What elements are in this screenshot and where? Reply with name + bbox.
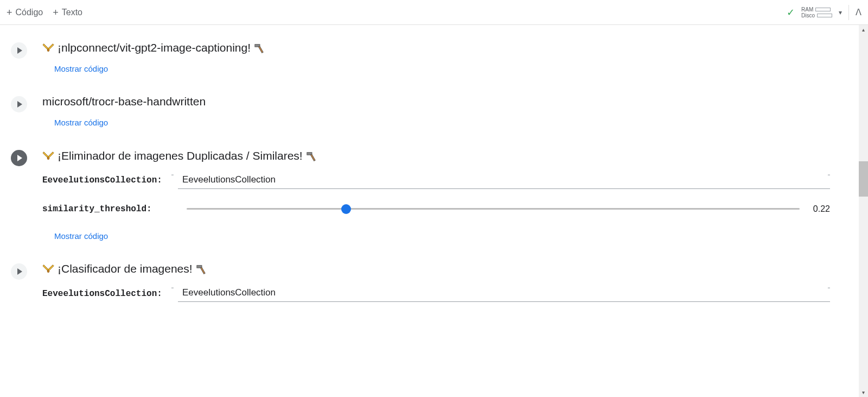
input-wrap: " " <box>178 172 830 189</box>
disk-label: Disco <box>801 12 815 18</box>
cell: ¡Eliminador de imagenes Duplicadas / Sim… <box>11 149 830 240</box>
play-icon <box>17 47 22 54</box>
disk-bar <box>817 14 832 17</box>
run-button[interactable] <box>11 96 27 112</box>
scroll-up-icon[interactable]: ▴ <box>859 25 868 34</box>
chevron-down-icon[interactable]: ▾ <box>839 9 842 16</box>
cell: ¡Clasificador de imagenes! EeveelutionsC… <box>11 262 830 317</box>
cell-title: ¡nlpconnect/vit-gpt2-image-captioning! <box>42 41 830 54</box>
quote-right: " <box>828 173 830 180</box>
hammer-icon <box>196 262 208 275</box>
cell-body: ¡Eliminador de imagenes Duplicadas / Sim… <box>42 149 830 240</box>
cell-title-text: microsoft/trocr-base-handwritten <box>42 95 206 108</box>
run-button[interactable] <box>11 150 27 166</box>
ram-label: RAM <box>801 7 813 12</box>
run-button[interactable] <box>11 263 27 280</box>
cell-title: microsoft/trocr-base-handwritten <box>42 95 830 108</box>
crossed-swords-icon <box>42 149 54 162</box>
form-row-threshold: similarity_threshold: 0.22 <box>42 204 830 214</box>
svg-rect-2 <box>258 46 263 53</box>
plus-icon: + <box>53 8 59 17</box>
form-row-collection: EeveelutionsCollection: " " <box>42 172 830 189</box>
input-wrap: " " <box>178 285 830 302</box>
add-code-button[interactable]: + Código <box>7 8 43 17</box>
show-code-link[interactable]: Mostrar código <box>54 118 830 127</box>
play-icon <box>17 101 22 108</box>
hammer-icon <box>254 41 266 54</box>
cell: microsoft/trocr-base-handwritten Mostrar… <box>11 95 830 127</box>
svg-rect-5 <box>310 154 315 161</box>
toolbar-left: + Código + Texto <box>7 8 787 17</box>
show-code-link[interactable]: Mostrar código <box>54 231 830 241</box>
check-icon: ✓ <box>787 7 795 18</box>
crossed-swords-icon <box>42 262 54 275</box>
show-code-link[interactable]: Mostrar código <box>54 64 830 73</box>
cell-body: microsoft/trocr-base-handwritten Mostrar… <box>42 95 830 127</box>
cell-title-text: ¡Clasificador de imagenes! <box>58 262 193 275</box>
quote-right: " <box>828 286 830 293</box>
collection-input[interactable] <box>178 172 830 189</box>
chevron-up-icon[interactable]: ᐱ <box>856 7 861 17</box>
toolbar: + Código + Texto ✓ RAM Disco ▾ ᐱ <box>0 0 868 25</box>
cell-body: ¡Clasificador de imagenes! EeveelutionsC… <box>42 262 830 317</box>
svg-point-6 <box>47 270 49 273</box>
cell: ¡nlpconnect/vit-gpt2-image-captioning! M… <box>11 41 830 73</box>
threshold-value: 0.22 <box>808 204 830 214</box>
scroll-thumb[interactable] <box>859 161 868 197</box>
collection-input[interactable] <box>178 285 830 302</box>
svg-rect-8 <box>200 267 205 274</box>
svg-point-3 <box>47 157 49 160</box>
cell-title: ¡Clasificador de imagenes! <box>42 262 830 275</box>
collection-label: EeveelutionsCollection: <box>42 289 178 299</box>
slider-thumb[interactable] <box>341 204 351 214</box>
quote-left: " <box>171 286 174 293</box>
cell-title-text: ¡nlpconnect/vit-gpt2-image-captioning! <box>58 41 251 54</box>
hammer-icon <box>306 149 318 162</box>
plus-icon: + <box>7 8 12 17</box>
toolbar-right: ✓ RAM Disco ▾ ᐱ <box>787 5 861 20</box>
play-icon <box>17 155 22 161</box>
svg-point-0 <box>47 49 49 52</box>
cell-title: ¡Eliminador de imagenes Duplicadas / Sim… <box>42 149 830 162</box>
ram-bar <box>815 8 831 11</box>
threshold-label: similarity_threshold: <box>42 204 178 214</box>
resource-indicator[interactable]: RAM Disco <box>801 7 832 18</box>
form-row-collection: EeveelutionsCollection: " " <box>42 285 830 302</box>
scroll-track[interactable] <box>859 34 868 388</box>
play-icon <box>17 268 22 275</box>
main-content: ¡nlpconnect/vit-gpt2-image-captioning! M… <box>0 25 868 317</box>
quote-left: " <box>171 173 174 180</box>
cell-title-text: ¡Eliminador de imagenes Duplicadas / Sim… <box>58 149 303 162</box>
collection-label: EeveelutionsCollection: <box>42 175 178 185</box>
add-text-button[interactable]: + Texto <box>53 8 82 17</box>
threshold-slider[interactable] <box>187 208 800 210</box>
cell-body: ¡nlpconnect/vit-gpt2-image-captioning! M… <box>42 41 830 73</box>
vertical-scrollbar[interactable]: ▴ ▾ <box>859 25 868 397</box>
crossed-swords-icon <box>42 41 54 54</box>
run-button[interactable] <box>11 42 27 59</box>
add-code-label: Código <box>16 8 43 17</box>
add-text-label: Texto <box>62 8 82 17</box>
divider <box>848 5 849 20</box>
scroll-down-icon[interactable]: ▾ <box>859 388 868 397</box>
